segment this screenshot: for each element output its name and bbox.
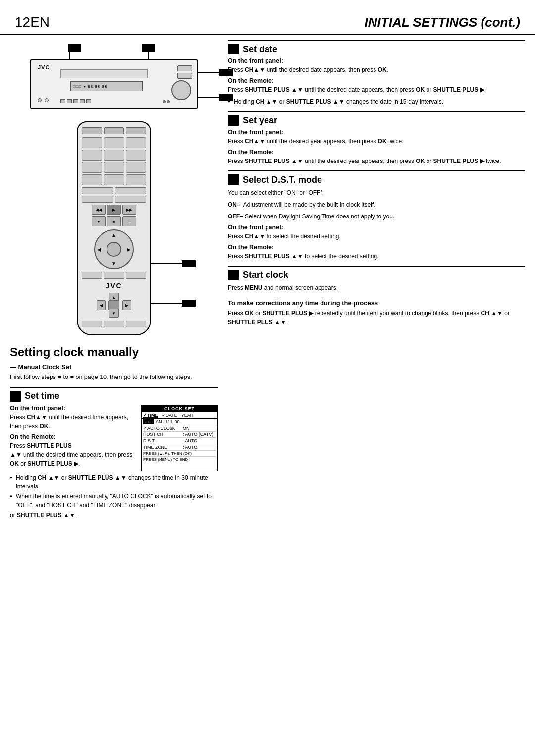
- clock-row-host: HOST CH : AUTO (CATV): [143, 432, 216, 438]
- vcr-device: JVC □□□-● 88:88:88: [30, 59, 198, 109]
- clock-press2-text: PRESS (MENU) TO END: [143, 457, 188, 462]
- corrections-section: To make corrections any time during the …: [228, 297, 525, 326]
- vcr-small-buttons: [60, 99, 91, 103]
- start-clock-text: Press MENU and normal screen appears.: [228, 283, 525, 292]
- select-dst-front-text: Press CH▲▼ to select the desired setting…: [228, 232, 525, 241]
- vcr-dots: [38, 98, 49, 102]
- clock-host-label: HOST CH: [143, 432, 183, 437]
- remote-num-4: [82, 150, 102, 161]
- remote-row-btn-4: [115, 196, 147, 203]
- clock-dst-label: D.S.T.: [143, 438, 183, 443]
- remote-bottom-2: [104, 321, 124, 327]
- remote-small-row: [82, 272, 146, 279]
- remote-play: ▶: [107, 205, 121, 215]
- clock-row-timezone: TIME ZONE : AUTO: [143, 444, 216, 451]
- set-year-remote-label: On the Remote:: [228, 149, 525, 156]
- manual-clock-set-label: — Manual Clock Set: [10, 363, 218, 371]
- select-dst-remote-label: On the Remote:: [228, 244, 525, 251]
- remote-num-hash: [126, 174, 146, 185]
- remote-btn-2: [104, 127, 124, 134]
- set-year-remote-text: Press SHUTTLE PLUS ▲▼ until the desired …: [228, 157, 525, 165]
- front-panel-text-1: Press CH▲▼ until the desired time appear…: [10, 413, 136, 431]
- setting-clock-section: Setting clock manually — Manual Clock Se…: [10, 343, 218, 519]
- set-year-header: Set year: [228, 115, 525, 126]
- page-title: INITIAL SETTINGS (cont.): [365, 15, 520, 30]
- remote-row-1: [82, 187, 146, 194]
- set-date-front-text: Press CH▲▼ until the desired date appear…: [228, 65, 525, 74]
- remote-small-2: [104, 272, 124, 279]
- remote-num-6: [126, 150, 146, 161]
- clock-row-auto: ✓AUTO CLO6K : ON: [143, 425, 216, 432]
- start-clock-section: Start clock Press MENU and normal screen…: [228, 266, 525, 292]
- clock-set-box: CLOCK SET ✓TIME ✓DATE YEAR --:-- AM 1/ 1…: [141, 405, 218, 471]
- clock-tabs-row: ✓TIME ✓DATE YEAR: [142, 412, 217, 419]
- remote-pause: ⏸: [122, 216, 136, 226]
- clock-date-display: 1/ 1: [165, 419, 173, 424]
- remote-num-0: [104, 174, 124, 185]
- set-year-front-label: On the front panel:: [228, 129, 525, 136]
- vcr-display: □□□-● 88:88:88: [70, 81, 143, 91]
- page-header: 12EN INITIAL SETTINGS (cont.): [0, 0, 535, 35]
- remote-dot: ●: [92, 216, 106, 226]
- remote-inner-button: [107, 242, 121, 257]
- remote-text-1: Press SHUTTLE PLUS▲▼ until the desired t…: [10, 441, 136, 468]
- remote-nav-left: ◀: [97, 300, 106, 310]
- select-dst-black-square: [228, 174, 239, 185]
- clock-tab-time: ✓TIME: [143, 413, 158, 418]
- remote-rewind: ◀◀: [92, 205, 106, 215]
- set-date-title: Set date: [243, 44, 277, 54]
- remote-num-3: [126, 137, 146, 148]
- remote-num-star: [82, 174, 102, 185]
- remote-nav-down: ▼: [109, 309, 119, 318]
- remote-row-2: [82, 196, 146, 203]
- remote-label-1: On the Remote:: [10, 433, 136, 440]
- remote-small-1: [82, 272, 102, 279]
- remote-num-7: [82, 162, 102, 173]
- clock-year-display: 00: [175, 419, 180, 424]
- set-time-bullet-2: When the time is entered manually, "AUTO…: [10, 492, 218, 510]
- remote-logo: JVC: [82, 282, 146, 290]
- start-clock-header: Start clock: [228, 270, 525, 280]
- remote-outer-ring: ▲ ▼ ◀ ▶: [94, 229, 134, 269]
- clock-row-press2: PRESS (MENU) TO END: [143, 457, 216, 462]
- manual-clock-set-description: First follow steps ■ to ■ on page 10, th…: [10, 373, 218, 382]
- remote-stop: ■: [107, 216, 121, 226]
- remote-nav-right: ▶: [122, 300, 131, 310]
- remote-btn-1: [82, 127, 102, 134]
- remote-bottom-row: [82, 321, 146, 327]
- remote-row-btn-1: [82, 187, 113, 194]
- vcr-dial: [171, 80, 191, 100]
- set-time-black-square: [10, 391, 21, 402]
- set-year-black-square: [228, 115, 239, 126]
- select-dst-remote-text: Press SHUTTLE PLUS ▲▼ to select the desi…: [228, 252, 525, 261]
- select-dst-title: Select D.S.T. mode: [243, 175, 322, 185]
- clock-press1-text: PRESS (▲,▼), THEN (OK): [143, 451, 192, 456]
- clock-dst-value: : AUTO: [183, 438, 197, 443]
- remote-btn-3: [126, 127, 146, 134]
- remote-control: ◀◀ ▶ ▶▶ ● ■ ⏸ ▲ ▼ ◀: [77, 121, 151, 335]
- remote-transport: ◀◀ ▶ ▶▶: [82, 205, 146, 215]
- remote-nav-pad: ▲ ◀ ▶ ▼: [97, 293, 131, 318]
- set-year-front-text: Press CH▲▼ until the desired year appear…: [228, 137, 525, 146]
- clock-timezone-label: TIME ZONE: [143, 445, 183, 450]
- vcr-button-2: [177, 73, 192, 79]
- set-time-bullets: Holding CH ▲▼ or SHUTTLE PLUS ▲▼ changes…: [10, 473, 218, 510]
- page-number: 12EN: [15, 5, 50, 31]
- set-year-section: Set year On the front panel: Press CH▲▼ …: [228, 111, 525, 165]
- set-time-content: On the front panel: Press CH▲▼ until the…: [10, 405, 218, 471]
- clock-data-rows: ✓AUTO CLO6K : ON HOST CH : AUTO (CATV) D…: [142, 425, 217, 462]
- select-dst-off: OFF– Select when Daylight Saving Time do…: [228, 212, 525, 221]
- set-date-header: Set date: [228, 44, 525, 54]
- select-dst-header: Select D.S.T. mode: [228, 174, 525, 185]
- remote-transport-2: ● ■ ⏸: [82, 216, 146, 226]
- clock-set-title: CLOCK SET: [142, 405, 217, 412]
- remote-num-8: [104, 162, 124, 173]
- set-time-bullet-1: Holding CH ▲▼ or SHUTTLE PLUS ▲▼ changes…: [10, 473, 218, 491]
- remote-num-9: [126, 162, 146, 173]
- set-date-remote-text: Press SHUTTLE PLUS ▲▼ until the desired …: [228, 85, 525, 94]
- vcr-tape-slot: [60, 69, 148, 78]
- or-shuttle-plus-bottom: or SHUTTLE PLUS ▲▼.: [10, 512, 218, 519]
- start-clock-black-square: [228, 270, 239, 280]
- select-dst-section: Select D.S.T. mode You can select either…: [228, 170, 525, 261]
- set-date-section: Set date On the front panel: Press CH▲▼ …: [228, 40, 525, 106]
